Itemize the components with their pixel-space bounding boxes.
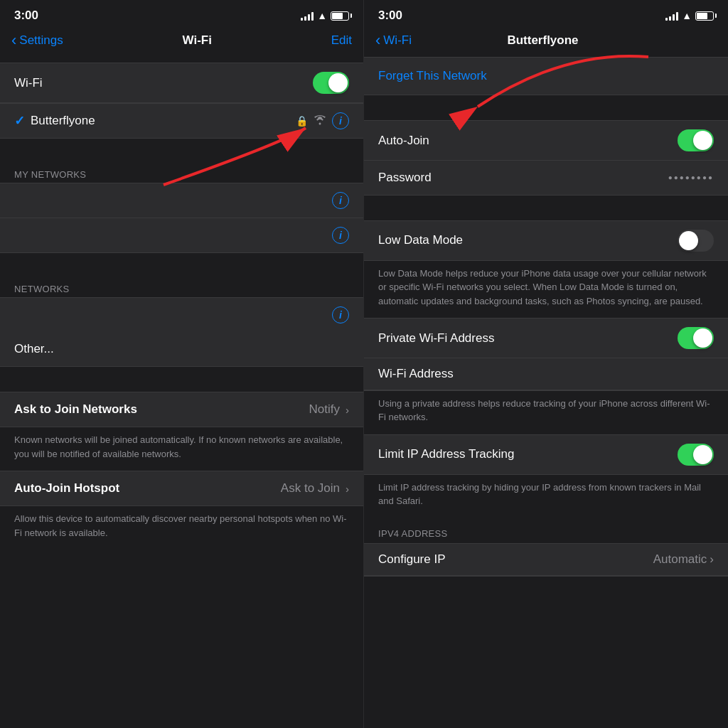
limit-ip-label: Limit IP Address Tracking xyxy=(378,447,515,461)
right-back-chevron: ‹ xyxy=(375,31,380,50)
right-back-button[interactable]: ‹ Wi-Fi xyxy=(375,31,412,50)
ask-join-right: Notify › xyxy=(309,402,349,417)
auto-join-hotspot-value: Ask to Join xyxy=(281,481,340,496)
private-wifi-label: Private Wi-Fi Address xyxy=(378,331,494,346)
lock-icon: 🔒 xyxy=(296,115,308,127)
ask-join-value: Notify xyxy=(309,402,340,417)
info-icon-3: i xyxy=(339,230,342,241)
my-network-row-2[interactable]: i xyxy=(0,218,363,252)
left-status-bar: 3:00 ▲ xyxy=(0,0,363,28)
password-label: Password xyxy=(378,171,432,185)
left-panel: 3:00 ▲ ‹ Settings Wi-Fi Edit Wi-Fi xyxy=(0,0,364,728)
signal-icon xyxy=(301,11,314,21)
network-row-right: 🔒 i xyxy=(296,112,349,129)
auto-join-hotspot-row[interactable]: Auto-Join Hotspot Ask to Join › xyxy=(0,471,363,505)
ask-join-description: Known networks will be joined automatica… xyxy=(0,427,363,469)
other-label: Other... xyxy=(14,342,54,356)
auto-join-row[interactable]: Auto-Join xyxy=(364,121,728,160)
limit-ip-toggle[interactable] xyxy=(678,444,714,466)
configure-ip-label: Configure IP xyxy=(378,552,446,567)
left-nav-title: Wi-Fi xyxy=(183,33,212,48)
connected-network-row[interactable]: ✓ Butterflyone 🔒 i xyxy=(0,104,363,138)
right-status-bar: 3:00 ▲ xyxy=(364,0,728,28)
low-data-mode-label: Low Data Mode xyxy=(378,233,463,247)
ask-join-label: Ask to Join Networks xyxy=(14,402,137,417)
limit-ip-description: Limit IP address tracking by hiding your… xyxy=(364,475,728,517)
password-dots: ●●●●●●●● xyxy=(668,173,714,181)
left-status-icons: ▲ xyxy=(301,10,349,21)
low-data-toggle[interactable] xyxy=(678,230,714,252)
right-panel: 3:00 ▲ ‹ Wi-Fi Butterflyone Forget This … xyxy=(364,0,728,728)
wifi-address-row: Wi-Fi Address xyxy=(364,358,728,390)
connected-network-label: ✓ Butterflyone xyxy=(14,113,95,129)
ask-join-arrow: › xyxy=(346,404,349,416)
configure-ip-row[interactable]: Configure IP Automatic › xyxy=(364,544,728,576)
right-status-icons: ▲ xyxy=(665,10,714,21)
wifi-status-icon: ▲ xyxy=(317,10,327,21)
right-back-label: Wi-Fi xyxy=(383,33,412,48)
info-button[interactable]: i xyxy=(332,112,349,129)
auto-join-hotspot-label: Auto-Join Hotspot xyxy=(14,481,119,496)
left-time: 3:00 xyxy=(14,9,38,23)
configure-ip-value: Automatic xyxy=(653,552,707,567)
right-battery-icon xyxy=(695,11,714,21)
wifi-label: Wi-Fi xyxy=(14,76,43,90)
right-settings-content: Forget This Network Auto-Join Password ●… xyxy=(364,57,728,728)
wifi-address-label: Wi-Fi Address xyxy=(378,367,714,381)
left-back-label: Settings xyxy=(19,33,63,48)
right-time: 3:00 xyxy=(378,9,402,23)
password-row[interactable]: Password ●●●●●●●● xyxy=(364,161,728,195)
right-nav-title: Butterflyone xyxy=(507,33,578,48)
ask-join-row[interactable]: Ask to Join Networks Notify › xyxy=(0,392,363,427)
auto-join-hotspot-arrow: › xyxy=(346,483,349,495)
checkmark-icon: ✓ xyxy=(14,113,25,129)
wifi-address-description: Using a private address helps reduce tra… xyxy=(364,391,728,433)
left-back-chevron: ‹ xyxy=(11,31,16,50)
left-nav-bar: ‹ Settings Wi-Fi Edit xyxy=(0,28,363,57)
battery-icon xyxy=(331,11,349,21)
auto-join-hotspot-right: Ask to Join › xyxy=(281,481,349,496)
my-network-info-btn-2[interactable]: i xyxy=(332,227,349,244)
auto-join-hotspot-description: Allow this device to automatically disco… xyxy=(0,506,363,548)
other-networks-row[interactable]: Other... xyxy=(0,332,363,366)
left-back-button[interactable]: ‹ Settings xyxy=(11,31,63,50)
wifi-connected-icon xyxy=(314,115,326,127)
network-list-info-btn[interactable]: i xyxy=(332,306,349,323)
low-data-mode-row[interactable]: Low Data Mode xyxy=(364,221,728,260)
private-wifi-row[interactable]: Private Wi-Fi Address xyxy=(364,318,728,358)
wifi-toggle-row[interactable]: Wi-Fi xyxy=(0,63,363,102)
my-network-info-btn[interactable]: i xyxy=(332,192,349,209)
left-edit-button[interactable]: Edit xyxy=(331,33,352,48)
info-icon-2: i xyxy=(339,195,342,206)
configure-ip-right: Automatic › xyxy=(653,552,714,567)
low-data-description: Low Data Mode helps reduce your iPhone d… xyxy=(364,261,728,317)
ipv4-header: IPV4 ADDRESS xyxy=(364,517,728,543)
info-icon-4: i xyxy=(339,309,342,321)
network-name: Butterflyone xyxy=(31,114,95,128)
left-settings-content: Wi-Fi ✓ Butterflyone 🔒 xyxy=(0,57,363,728)
network-list-row-1[interactable]: i xyxy=(0,298,363,332)
right-wifi-status-icon: ▲ xyxy=(682,10,692,21)
private-wifi-toggle[interactable] xyxy=(678,327,714,349)
configure-ip-arrow: › xyxy=(710,552,714,567)
limit-ip-row[interactable]: Limit IP Address Tracking xyxy=(364,435,728,474)
my-network-row-1[interactable]: i xyxy=(0,183,363,218)
info-icon: i xyxy=(339,115,342,127)
right-nav-bar: ‹ Wi-Fi Butterflyone xyxy=(364,28,728,57)
wifi-toggle[interactable] xyxy=(313,72,349,94)
networks-header: NETWORKS xyxy=(0,278,363,297)
my-networks-header: MY NETWORKS xyxy=(0,164,363,183)
forget-network-row[interactable]: Forget This Network xyxy=(364,57,728,95)
right-signal-icon xyxy=(665,11,678,21)
auto-join-toggle[interactable] xyxy=(678,129,714,151)
forget-network-label: Forget This Network xyxy=(378,69,487,82)
auto-join-label: Auto-Join xyxy=(378,134,429,148)
